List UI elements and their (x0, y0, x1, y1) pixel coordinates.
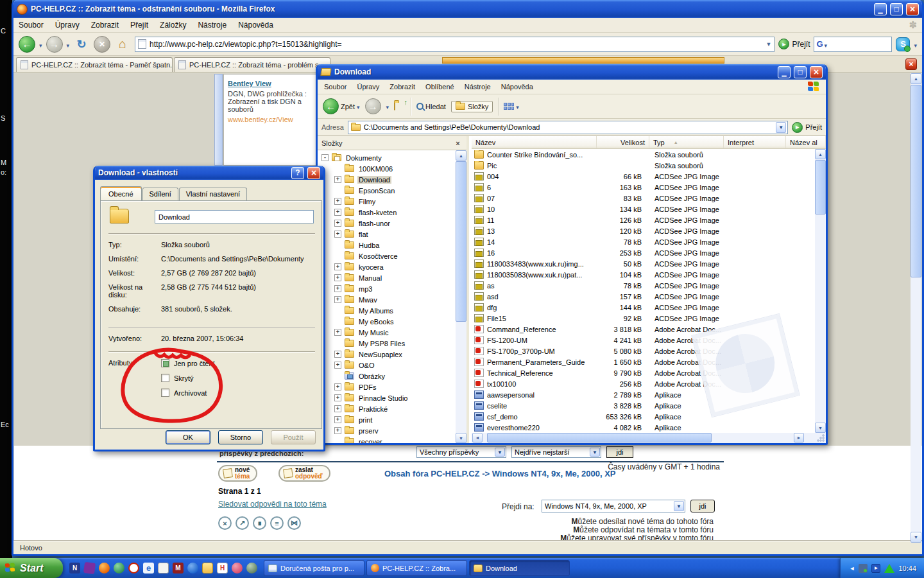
page-scrollbar[interactable] (911, 73, 921, 543)
tree-expander[interactable]: + (334, 362, 341, 369)
taskbar-task-button[interactable]: Doručená pošta pro p... (264, 560, 364, 576)
jump-to-select[interactable]: Windows NT4, 9x, Me, 2000, XP (542, 500, 685, 512)
chevron-down-icon[interactable] (776, 122, 786, 133)
file-name[interactable]: dfg (487, 304, 497, 311)
search-button[interactable]: Hledat (416, 103, 446, 110)
tray-media-icon[interactable] (871, 564, 880, 573)
file-row[interactable]: 14 78 kB ACDSee JPG Image (472, 236, 826, 247)
explorer-menu-item[interactable]: Zobrazit (389, 83, 415, 91)
tree-item-label[interactable]: O&O (357, 362, 375, 369)
tree-item[interactable]: My eBooks (318, 316, 456, 327)
scrollbar-thumb[interactable] (911, 85, 921, 277)
tree-item[interactable]: + kyocera (318, 261, 456, 272)
tree-item-label[interactable]: mp3 (357, 285, 373, 293)
back-dropdown-icon[interactable] (39, 39, 42, 50)
close-tab-button[interactable] (905, 58, 917, 70)
tree-item[interactable]: + O&O (318, 360, 456, 371)
explorer-menu-item[interactable]: Soubor (324, 83, 346, 91)
file-row[interactable]: 16 253 kB ACDSee JPG Image (472, 247, 826, 258)
reload-button[interactable]: ↻ (73, 36, 90, 53)
file-row[interactable]: dfg 144 kB ACDSee JPG Image (472, 302, 826, 313)
forward-dropdown-icon[interactable] (67, 39, 70, 50)
chevron-down-icon[interactable] (516, 103, 519, 110)
folder-name-input[interactable]: Download (155, 210, 314, 223)
file-name[interactable]: FS-1200-UM (487, 337, 527, 344)
file-list-scrollbar[interactable] (815, 149, 826, 433)
file-name[interactable]: 16 (487, 249, 495, 257)
tree-expander[interactable]: + (334, 176, 341, 183)
tray-device-icon[interactable] (859, 564, 868, 573)
new-topic-button[interactable]: nové téma (218, 465, 257, 482)
apply-button[interactable]: Použít (271, 430, 316, 444)
forward-button[interactable]: → (46, 36, 63, 53)
tree-item-label[interactable]: My eBooks (357, 318, 395, 326)
tree-item-label[interactable]: Download (357, 176, 391, 184)
go-button[interactable]: Přejít (778, 39, 810, 49)
url-dropdown-icon[interactable] (766, 41, 772, 48)
tree-item[interactable]: + Download (318, 174, 456, 185)
file-name[interactable]: 07 (487, 195, 495, 202)
resize-grip[interactable] (816, 434, 825, 442)
file-name[interactable]: 6 (487, 184, 491, 191)
firefox-menu-item[interactable]: Soubor (19, 21, 44, 30)
tree-item-label[interactable]: 100KM006 (357, 165, 394, 173)
filter-go-button[interactable]: jdi (606, 446, 633, 458)
chevron-down-icon[interactable] (357, 103, 360, 110)
chevron-down-icon[interactable] (674, 501, 684, 511)
tree-item-label[interactable]: NewSupaplex (357, 351, 404, 358)
tree-item[interactable]: Kosočtverce (318, 250, 456, 261)
checkbox[interactable] (161, 374, 169, 382)
tree-item[interactable]: + My Music (318, 327, 456, 338)
firefox-menu-item[interactable]: Přejít (130, 21, 148, 30)
explorer-menu-item[interactable]: Nástroje (465, 83, 491, 91)
quick-launch-icon[interactable] (173, 563, 184, 574)
tree-expander[interactable]: + (334, 296, 341, 303)
quick-launch-icon[interactable] (232, 563, 243, 574)
tree-scrollbar[interactable] (456, 150, 466, 443)
chevron-down-icon[interactable] (495, 448, 505, 457)
views-button[interactable] (504, 103, 519, 110)
quick-launch-icon[interactable] (143, 563, 154, 574)
tree-expander[interactable]: + (334, 394, 341, 401)
quick-launch-icon[interactable] (99, 563, 110, 574)
filter-posts-select[interactable]: Všechny příspěvky (416, 446, 506, 458)
ad-url-link[interactable]: www.bentley.cz/View (228, 116, 313, 123)
tree-item[interactable]: + flat (318, 229, 456, 240)
checkbox[interactable] (161, 359, 169, 367)
tree-item-label[interactable]: recover (357, 438, 384, 444)
tree-item-label[interactable]: flash-unor (357, 220, 391, 227)
tree-item[interactable]: + NewSupaplex (318, 349, 456, 360)
column-header-artist[interactable]: Interpret (724, 136, 786, 148)
file-name[interactable]: everesthome220 (487, 424, 540, 432)
home-button[interactable]: ⌂ (114, 36, 131, 53)
column-header-type[interactable]: Typ (649, 136, 724, 148)
url-text[interactable]: http://www.pc-help.cz/viewtopic.php?t=15… (150, 40, 342, 49)
tree-item-label[interactable]: print (357, 416, 373, 424)
file-row[interactable]: cselite 3 828 kB Aplikace (472, 400, 826, 411)
tree-expander[interactable]: + (334, 427, 341, 434)
tray-chevron-icon[interactable] (850, 565, 855, 572)
tree-item-label[interactable]: prserv (357, 427, 380, 435)
quick-launch-icon[interactable] (158, 563, 169, 574)
explorer-menu-item[interactable]: Úpravy (357, 83, 379, 91)
address-go-button[interactable]: Přejít (792, 122, 822, 133)
tree-expander[interactable]: + (334, 274, 341, 281)
quick-launch-icon[interactable] (202, 563, 213, 574)
tree-item[interactable]: + Mwav (318, 294, 456, 305)
firefox-menu-item[interactable]: Úpravy (55, 21, 80, 30)
firefox-menu-item[interactable]: Záložky (160, 21, 186, 30)
file-name[interactable]: 1180033483(www.xuk.ru)img... (487, 260, 584, 268)
jump-go-button[interactable]: jdi (690, 500, 715, 512)
tree-item[interactable]: + print (318, 414, 456, 425)
attribute-checkbox-row[interactable]: Archivovat (161, 389, 318, 397)
tree-item[interactable]: Hudba (318, 240, 456, 250)
tree-item[interactable]: 100KM006 (318, 163, 456, 174)
close-button[interactable] (307, 167, 320, 179)
scrollbar-thumb[interactable] (487, 433, 712, 442)
tree-expander[interactable]: + (334, 351, 341, 358)
file-row[interactable]: Counter Strike Bindování_so... Složka so… (472, 149, 826, 160)
attribute-checkbox-row[interactable]: Jen pro čtení (161, 359, 318, 367)
scroll-left-button[interactable] (472, 433, 483, 442)
quick-launch-icon[interactable] (69, 563, 80, 574)
file-row[interactable]: everesthome220 4 082 kB Aplikace (472, 422, 826, 433)
